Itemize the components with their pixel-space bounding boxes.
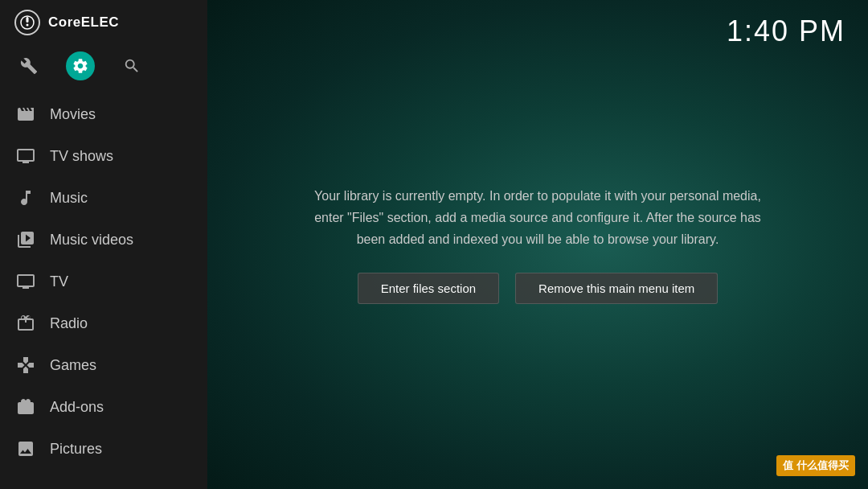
sidebar-item-movies[interactable]: Movies: [0, 93, 207, 135]
music-label: Music: [50, 190, 88, 207]
games-icon: [14, 354, 37, 376]
settings-icon[interactable]: [66, 51, 95, 80]
sidebar-item-music-videos[interactable]: Music videos: [0, 219, 207, 261]
sidebar-item-add-ons[interactable]: Add-ons: [0, 386, 207, 428]
sidebar-item-pictures[interactable]: Pictures: [0, 428, 207, 470]
menu-list: Movies TV shows Music Music videos TV: [0, 93, 207, 489]
app-logo: [14, 10, 40, 35]
tv-shows-label: TV shows: [50, 148, 113, 165]
movies-icon: [14, 103, 37, 125]
radio-label: Radio: [50, 315, 88, 332]
pictures-icon: [14, 438, 37, 460]
logo-bar: CoreELEC: [0, 0, 207, 45]
settings-extra-icon[interactable]: [14, 51, 43, 80]
watermark: 值 什么值得买: [776, 455, 855, 476]
tv-label: TV: [50, 273, 68, 290]
tv-icon: [14, 270, 37, 293]
games-label: Games: [50, 357, 96, 374]
watermark-text: 值 什么值得买: [783, 459, 849, 471]
music-icon: [14, 187, 37, 209]
action-buttons: Enter files section Remove this main men…: [313, 273, 763, 304]
sidebar: CoreELEC Movies: [0, 0, 207, 489]
sidebar-item-games[interactable]: Games: [0, 344, 207, 386]
sidebar-item-music[interactable]: Music: [0, 177, 207, 219]
sidebar-item-radio[interactable]: Radio: [0, 302, 207, 344]
empty-library-message: Your library is currently empty. In orde…: [313, 185, 763, 251]
main-content: 1:40 PM Your library is currently empty.…: [207, 0, 868, 489]
remove-menu-item-button[interactable]: Remove this main menu item: [515, 273, 718, 304]
sidebar-item-tv[interactable]: TV: [0, 261, 207, 302]
sidebar-item-tv-shows[interactable]: TV shows: [0, 135, 207, 177]
add-ons-icon: [14, 396, 37, 418]
pictures-label: Pictures: [50, 441, 102, 458]
top-nav: [0, 45, 207, 93]
empty-library-box: Your library is currently empty. In orde…: [297, 169, 779, 321]
svg-point-2: [27, 24, 29, 27]
tv-shows-icon: [14, 145, 37, 167]
movies-label: Movies: [50, 106, 96, 123]
app-name: CoreELEC: [48, 14, 119, 31]
svg-rect-1: [27, 17, 29, 23]
enter-files-button[interactable]: Enter files section: [358, 273, 499, 304]
music-videos-icon: [14, 228, 37, 251]
add-ons-label: Add-ons: [50, 399, 104, 416]
time-display: 1:40 PM: [727, 14, 845, 48]
radio-icon: [14, 312, 37, 335]
search-icon[interactable]: [117, 51, 146, 80]
music-videos-label: Music videos: [50, 232, 133, 249]
